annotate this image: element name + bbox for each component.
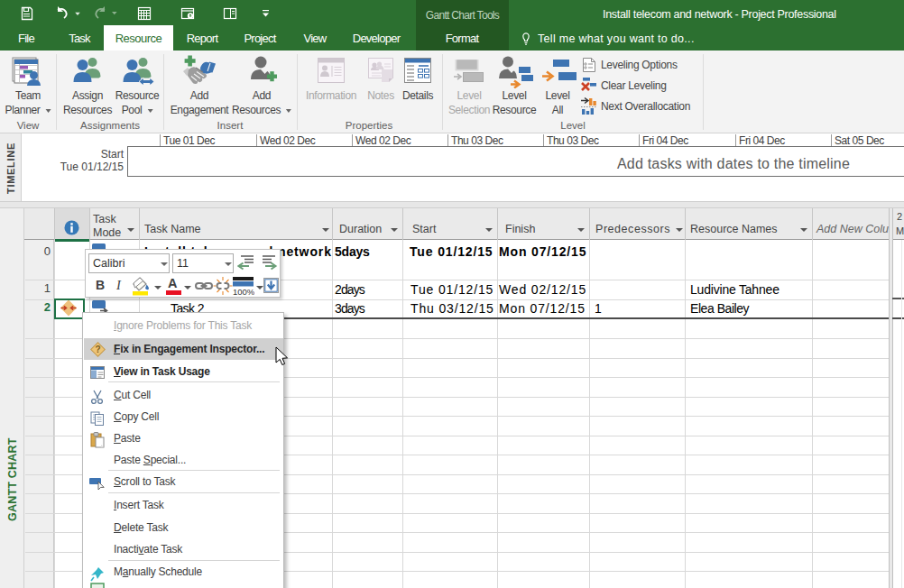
- svg-text:100%: 100%: [233, 287, 254, 297]
- svg-text:?: ?: [96, 345, 101, 354]
